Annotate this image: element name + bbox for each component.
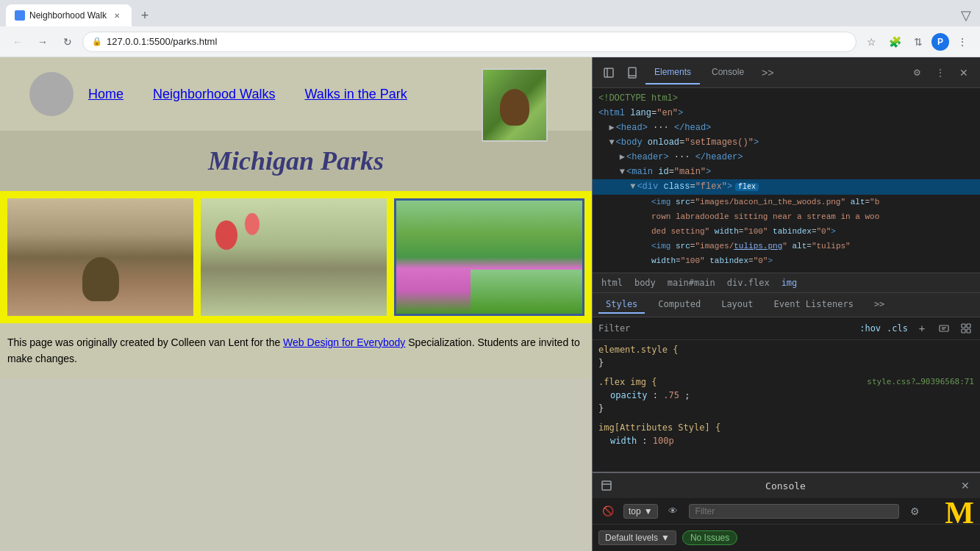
console-clear-button[interactable]: 🚫 [598,502,618,521]
no-issues-badge: No Issues [682,530,737,545]
devtools-inspect-icon[interactable] [598,62,619,83]
devtools-tab-console[interactable]: Console [703,61,753,84]
devtools-settings-icon[interactable]: ⚙ [906,62,927,83]
dom-tree[interactable]: <!DOCTYPE html> <html lang="en"> ▶<head>… [593,88,980,273]
dom-line-head[interactable]: ▶<head> ··· </head> [593,120,980,135]
page-navigation: Home Neighborhood Walks Walks in the Par… [88,87,407,102]
dom-line-img2-cont[interactable]: width="100" tabindex="0"> [593,253,980,268]
profile-button[interactable]: P [931,33,949,51]
console-close-button[interactable]: ✕ [956,477,974,494]
dom-line-div-flex[interactable]: ▼<div class="flex">flex [593,179,980,195]
styles-toolbar: Styles Computed Layout Event Listeners >… [593,293,980,317]
console-bar: Console ✕ [593,472,980,498]
devtools-tab-elements[interactable]: Elements [645,61,700,84]
console-context-select[interactable]: top ▼ [623,504,658,519]
styles-tab-layout[interactable]: Layout [714,296,760,314]
new-tab-button[interactable]: + [135,5,155,26]
dom-line-img1-cont[interactable]: rown labradoodle sitting near a stream i… [593,209,980,224]
devtools-device-icon[interactable] [622,62,643,83]
more-options-icon[interactable]: ⋮ [952,32,973,52]
dom-line-doctype[interactable]: <!DOCTYPE html> [593,91,980,106]
page-title: Michigan Parks [15,145,577,176]
width-val: 100p [653,436,674,446]
opacity-val: .75 [663,390,679,400]
gallery-image-1 [7,198,193,316]
nav-home[interactable]: Home [88,87,124,102]
extension-icon[interactable]: 🧩 [884,32,905,52]
svg-rect-0 [604,68,613,77]
page-footer: This page was originally created by Coll… [0,323,592,378]
dom-line-html[interactable]: <html lang="en"> [593,106,980,120]
default-levels-select[interactable]: Default levels ▼ [598,530,676,545]
console-settings-button[interactable]: ⚙ [905,502,924,521]
breadcrumb-main[interactable]: main#main [665,276,718,289]
console-expand-icon[interactable] [598,478,615,494]
back-button[interactable]: ← [7,32,28,52]
add-style-rule-button[interactable]: + [914,320,930,336]
tab-close-button[interactable]: ✕ [111,10,123,21]
tab-favicon [15,10,25,21]
devtools-body: <!DOCTYPE html> <html lang="en"> ▶<head>… [593,88,980,551]
bookmark-star-icon[interactable]: ☆ [861,32,881,52]
styles-tab-event-listeners[interactable]: Event Listeners [767,296,861,314]
console-filter-input[interactable] [689,504,899,519]
styles-content: element.style { } .flex img { style.css?… [593,340,980,472]
filter-hov[interactable]: :hov [859,323,881,334]
breadcrumb-html[interactable]: html [598,276,626,289]
devtools-header: Elements Console >> ⚙ ⋮ ✕ [593,57,980,88]
dom-line-main[interactable]: ▼<main id="main"> [593,165,980,179]
dom-line-img1[interactable]: <img src="images/bacon_in_the_woods.png"… [593,195,980,209]
address-bar[interactable]: 🔒 127.0.0.1:5500/parks.html [82,32,856,52]
filter-cls[interactable]: .cls [887,323,908,334]
nav-walks-in-park[interactable]: Walks in the Park [304,87,407,102]
toggle-element-state-button[interactable] [936,320,952,336]
more-style-actions-button[interactable] [958,320,974,336]
security-icon: 🔒 [92,37,102,46]
styles-tab-styles[interactable]: Styles [598,296,645,314]
devtools-more-tabs[interactable]: >> [756,64,779,82]
profile-sync-icon[interactable]: ⇅ [908,32,929,52]
dom-line-body[interactable]: ▼<body onload="setImages()"> [593,135,980,150]
styles-tab-computed[interactable]: Computed [651,296,708,314]
forward-button[interactable]: → [32,32,53,52]
console-eye-icon[interactable]: 👁 [664,502,683,521]
dom-line-img1-cont2[interactable]: ded setting" width="100" tabindex="0"> [593,224,980,239]
footer-link[interactable]: Web Design for Everybody [283,336,405,348]
active-tab[interactable]: Neighborhood Walk ✕ [6,4,132,26]
breadcrumb-body[interactable]: body [632,276,659,289]
breadcrumb-div-flex[interactable]: div.flex [724,276,773,289]
header-image-visual [483,70,546,140]
minimize-icon: ▽ [958,7,974,24]
style-rule-element: element.style { } [598,343,974,370]
dom-line-header[interactable]: ▶<header> ··· </header> [593,150,980,165]
breadcrumb-img[interactable]: img [779,276,801,289]
michigan-m-logo: M [945,497,974,528]
console-dropdown-icon: ▼ [644,506,653,516]
flex-img-close: } [598,403,604,414]
footer-text-before: This page was originally created by Coll… [7,336,283,348]
svg-rect-7 [962,324,965,328]
gallery-image-2 [201,198,387,316]
webpage-content: Home Neighborhood Walks Walks in the Par… [0,57,592,551]
dom-line-img2[interactable]: <img src="images/tulips.png" alt="tulips… [593,239,980,253]
console-levels-row: Default levels ▼ No Issues [593,525,980,551]
browser-toolbar: ← → ↻ 🔒 127.0.0.1:5500/parks.html ☆ 🧩 ⇅ … [0,26,980,57]
address-text: 127.0.0.1:5500/parks.html [107,36,847,47]
console-toolbar: 🚫 top ▼ 👁 ⚙ M [593,498,980,525]
nav-neighborhood-walks[interactable]: Neighborhood Walks [153,87,275,102]
header-image [482,68,548,142]
filter-label: Filter [598,323,630,334]
opacity-prop: opacity [610,390,648,400]
gallery-image-3 [394,198,584,316]
dom-doctype-text: <!DOCTYPE html> [598,93,678,104]
tab-bar: Neighborhood Walk ✕ + ▽ [0,0,980,26]
devtools-close-button[interactable]: ✕ [954,62,974,83]
styles-tab-more[interactable]: >> [867,296,892,314]
devtools-more-options-icon[interactable]: ⋮ [930,62,951,83]
content-area: Home Neighborhood Walks Walks in the Par… [0,57,980,551]
styles-panel: Styles Computed Layout Event Listeners >… [593,293,980,472]
svg-rect-8 [967,324,970,328]
devtools-breadcrumb: html body main#main div.flex img [593,273,980,293]
refresh-button[interactable]: ↻ [57,32,78,52]
page-header: Home Neighborhood Walks Walks in the Par… [0,57,592,131]
